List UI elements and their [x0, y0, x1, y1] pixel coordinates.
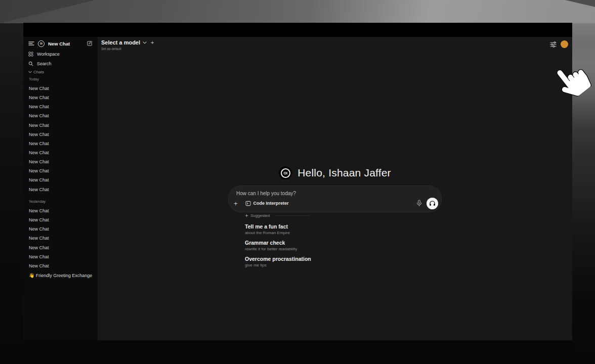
chat-list-item[interactable]: New Chat [23, 224, 98, 234]
sidebar-toggle-icon[interactable] [28, 41, 34, 46]
chats-section-toggle[interactable]: Chats [28, 70, 44, 74]
suggested-sparkle-icon [245, 213, 248, 218]
set-as-default-button[interactable]: Set as default [101, 47, 154, 51]
topbar-right-controls [550, 40, 568, 48]
code-interpreter-toggle[interactable]: Code Interpreter [242, 199, 292, 208]
model-selector[interactable]: Select a model [101, 39, 140, 46]
suggested-prompt-subtitle: give me tips [245, 263, 447, 267]
chat-list-item[interactable]: New Chat [23, 215, 98, 224]
openwebui-logo: OI [279, 166, 292, 179]
sidebar: OI New Chat Workspace Search [23, 37, 98, 340]
message-composer[interactable]: How can I help you today? + Code Interpr… [229, 186, 441, 212]
suggested-header: Suggested [245, 213, 447, 218]
chat-list-item[interactable]: New Chat [23, 148, 98, 157]
model-selector-block: Select a model + Set as default [101, 39, 154, 51]
new-chat-icon[interactable] [87, 40, 93, 47]
chat-group-label-today: Today [29, 77, 39, 81]
microphone-icon[interactable] [416, 200, 422, 207]
suggested-divider [275, 215, 310, 216]
suggested-prompt[interactable]: Grammar check rewrite it for better read… [245, 240, 447, 251]
desktop-background-top [0, 0, 595, 23]
chat-list-item[interactable]: New Chat [23, 166, 98, 175]
suggested-prompt[interactable]: Tell me a fun fact about the Roman Empir… [245, 223, 447, 235]
chat-list-item[interactable]: New Chat [23, 111, 98, 120]
chat-list-item[interactable]: New Chat [23, 234, 98, 243]
sidebar-item-label: Search [37, 61, 52, 66]
suggested-label: Suggested [250, 213, 270, 218]
sidebar-nav: Workspace Search [23, 49, 98, 68]
headphones-icon [429, 200, 436, 206]
desktop-background-right [572, 23, 595, 364]
chat-list-item[interactable]: New Chat [23, 84, 98, 93]
chevron-down-icon [28, 71, 32, 73]
window-header-bar [23, 23, 572, 37]
app-window: OI New Chat Workspace Search [23, 23, 572, 340]
chat-group-label-yesterday: Yesterday [29, 199, 46, 204]
chat-list-item[interactable]: New Chat [23, 261, 98, 270]
suggested-prompt-subtitle: about the Roman Empire [245, 231, 447, 235]
chats-section-label: Chats [33, 70, 44, 74]
desktop-background-left [0, 23, 23, 364]
workspace-grid-icon [28, 52, 33, 57]
chat-list-item[interactable]: New Chat [23, 157, 98, 166]
suggested-list: Tell me a fun fact about the Roman Empir… [245, 223, 447, 267]
voice-call-button[interactable] [427, 198, 438, 209]
suggested-prompt-title: Grammar check [245, 240, 447, 246]
greeting-row: OI Hello, Ishaan Jaffer [98, 166, 572, 179]
chat-list-item[interactable]: New Chat [23, 243, 98, 252]
greeting-text: Hello, Ishaan Jaffer [298, 167, 391, 179]
sidebar-item-search[interactable]: Search [23, 59, 98, 68]
user-avatar[interactable] [561, 40, 568, 48]
chat-list-item[interactable]: New Chat [23, 206, 98, 215]
suggested-prompt-subtitle: rewrite it for better readability [245, 247, 447, 251]
chat-list-item[interactable]: New Chat [23, 139, 98, 148]
chat-list-yesterday: New ChatNew ChatNew ChatNew ChatNew Chat… [23, 206, 98, 270]
chat-list-item[interactable]: New Chat [23, 130, 98, 139]
sidebar-title: New Chat [48, 41, 70, 47]
sidebar-item-workspace[interactable]: Workspace [23, 49, 98, 59]
chat-list-today: New ChatNew ChatNew ChatNew ChatNew Chat… [23, 84, 98, 194]
controls-sliders-icon[interactable] [550, 41, 557, 48]
main-content: Select a model + Set as default OI Hello… [98, 37, 572, 340]
suggested-prompt-title: Tell me a fun fact [245, 223, 447, 230]
attach-plus-button[interactable]: + [234, 200, 238, 207]
chat-list-item[interactable]: New Chat [23, 175, 98, 185]
chevron-down-icon[interactable] [143, 41, 147, 44]
message-input[interactable]: How can I help you today? [236, 191, 296, 196]
sidebar-item-label: Workspace [37, 52, 60, 57]
suggested-prompt-title: Overcome procrastination [245, 256, 447, 262]
suggested-prompts: Suggested Tell me a fun fact about the R… [245, 213, 447, 267]
openwebui-logo[interactable]: OI [38, 40, 45, 47]
chat-list-item[interactable]: New Chat [23, 252, 98, 261]
suggested-prompt[interactable]: Overcome procrastination give me tips [245, 256, 447, 267]
code-interpreter-icon [245, 201, 251, 206]
composer-toolbar: + Code Interpreter [229, 198, 441, 209]
chat-list-item[interactable]: New Chat [23, 121, 98, 130]
chat-list-item[interactable]: New Chat [23, 102, 98, 111]
add-model-button[interactable]: + [151, 39, 154, 46]
chat-list-item-friendly-greeting[interactable]: 👋 Friendly Greeting Exchange [23, 271, 98, 280]
sidebar-header: OI New Chat [23, 39, 98, 48]
search-icon [28, 61, 33, 66]
chat-list-item[interactable]: New Chat [23, 93, 98, 102]
chat-list-item[interactable]: New Chat [23, 185, 98, 194]
code-interpreter-label: Code Interpreter [253, 201, 289, 206]
